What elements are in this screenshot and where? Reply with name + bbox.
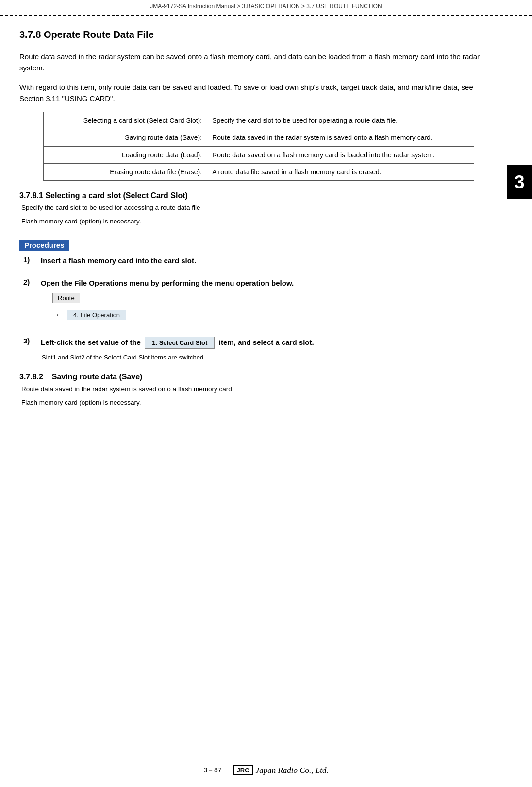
breadcrumb: JMA-9172-SA Instruction Manual > 3.BASIC… — [0, 0, 532, 12]
section-heading: 3.7.8 Operate Route Data File — [19, 29, 498, 40]
subsection2-title: Saving route data (Save) — [52, 373, 143, 381]
jrc-label: JRC — [233, 765, 253, 775]
table-row: Erasing route data file (Erase):A route … — [44, 163, 474, 180]
step-3-text-part2: item, and select a card slot. — [219, 338, 314, 346]
table-cell-label: Selecting a card slot (Select Card Slot)… — [44, 112, 207, 129]
step-2: 2) Open the File Operations menu by perf… — [23, 278, 498, 325]
arrow-symbol: → — [52, 310, 60, 319]
subsection2-number: 3.7.8.2 — [19, 373, 43, 381]
company-logo: JRC Japan Radio Co., Ltd. — [233, 765, 329, 775]
file-operation-label: 4. File Operation — [67, 310, 126, 320]
table-cell-desc: Route data saved in the radar system is … — [207, 129, 474, 146]
step-1-num: 1) — [23, 256, 41, 264]
subsection1-title: Selecting a card slot (Select Card Slot) — [45, 191, 187, 200]
table-row: Saving route data (Save):Route data save… — [44, 129, 474, 146]
subsection2-heading: 3.7.8.2 Saving route data (Save) — [19, 373, 498, 381]
step-3-num: 3) — [23, 337, 41, 345]
table-cell-desc: Specify the card slot to be used for ope… — [207, 112, 474, 129]
subsection1-heading: 3.7.8.1 Selecting a card slot (Select Ca… — [19, 191, 498, 200]
table-row: Selecting a card slot (Select Card Slot)… — [44, 112, 474, 129]
table-cell-label: Erasing route data file (Erase): — [44, 163, 207, 180]
info-table: Selecting a card slot (Select Card Slot)… — [43, 112, 474, 181]
table-cell-desc: A route data file saved in a flash memor… — [207, 163, 474, 180]
step-3: 3) Left-click the set value of the 1. Se… — [23, 337, 498, 361]
section-title: Operate Route Data File — [44, 29, 154, 40]
arrow-file-op-row: → 4. File Operation — [52, 310, 126, 320]
chapter-tab: 3 — [507, 165, 532, 199]
select-card-slot-label[interactable]: 1. Select Card Slot — [145, 337, 215, 349]
intro-text-2: With regard to this item, only route dat… — [19, 82, 498, 104]
footer: 3－87 JRC Japan Radio Co., Ltd. — [0, 765, 532, 775]
company-name: Japan Radio Co., Ltd. — [256, 766, 329, 775]
step-2-num: 2) — [23, 278, 41, 286]
subsection2-desc2: Flash memory card (option) is necessary. — [21, 398, 498, 408]
page-number: 3－87 — [203, 766, 221, 775]
route-button-row: Route — [52, 293, 80, 303]
subsection1-desc1: Specify the card slot to be used for acc… — [21, 203, 498, 213]
route-button[interactable]: Route — [52, 293, 80, 303]
step-1: 1) Insert a flash memory card into the c… — [23, 256, 498, 267]
subsection1-number: 3.7.8.1 — [19, 191, 43, 200]
procedures-badge: Procedures — [19, 240, 69, 251]
table-cell-label: Loading route data (Load): — [44, 146, 207, 163]
step-3-text-part1: Left-click the set value of the — [41, 338, 141, 346]
intro-text-1: Route data saved in the radar system can… — [19, 51, 498, 74]
step-2-text: Open the File Operations menu by perform… — [41, 278, 294, 289]
step-3-content: Left-click the set value of the 1. Selec… — [41, 337, 314, 349]
table-cell-desc: Route data saved on a flash memory card … — [207, 146, 474, 163]
table-row: Loading route data (Load):Route data sav… — [44, 146, 474, 163]
step-1-text: Insert a flash memory card into the card… — [41, 256, 498, 267]
step-3-note: Slot1 and Slot2 of the Select Card Slot … — [42, 354, 205, 361]
section-number: 3.7.8 — [19, 29, 41, 40]
subsection1-desc2: Flash memory card (option) is necessary. — [21, 217, 498, 226]
table-cell-label: Saving route data (Save): — [44, 129, 207, 146]
subsection2-desc1: Route data saved in the radar system is … — [21, 384, 498, 394]
